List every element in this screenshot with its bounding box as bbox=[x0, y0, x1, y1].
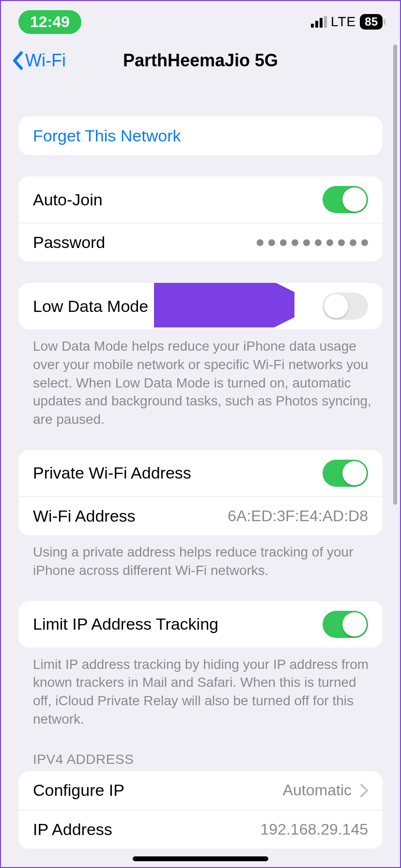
home-indicator[interactable] bbox=[133, 856, 268, 861]
auto-join-label: Auto-Join bbox=[33, 190, 103, 209]
chevron-right-icon bbox=[360, 784, 368, 797]
group-forget: Forget This Network bbox=[18, 116, 383, 155]
private-address-footer: Using a private address helps reduce tra… bbox=[1, 535, 400, 580]
configure-ip-value: Automatic bbox=[283, 781, 352, 799]
back-label: Wi-Fi bbox=[25, 50, 66, 71]
private-wifi-address-toggle[interactable] bbox=[323, 460, 368, 487]
group-limit-ip: Limit IP Address Tracking bbox=[18, 601, 383, 648]
scroll-indicator bbox=[393, 45, 397, 505]
auto-join-row[interactable]: Auto-Join bbox=[18, 176, 383, 223]
password-dots bbox=[257, 239, 368, 246]
wifi-address-label: Wi-Fi Address bbox=[33, 507, 136, 526]
limit-ip-footer: Limit IP address tracking by hiding your… bbox=[1, 648, 400, 728]
group-lowdata: Low Data Mode bbox=[18, 283, 383, 329]
ipv4-section-header: IPV4 ADDRESS bbox=[1, 728, 400, 771]
configure-ip-row[interactable]: Configure IP Automatic bbox=[18, 771, 383, 810]
chevron-left-icon bbox=[12, 51, 23, 70]
limit-ip-tracking-toggle[interactable] bbox=[323, 611, 368, 638]
group-private-address: Private Wi-Fi Address Wi-Fi Address 6A:E… bbox=[18, 450, 383, 535]
password-row[interactable]: Password bbox=[18, 223, 383, 262]
password-label: Password bbox=[33, 233, 105, 252]
low-data-mode-toggle[interactable] bbox=[323, 293, 368, 320]
ip-address-row[interactable]: IP Address 192.168.29.145 bbox=[18, 810, 383, 849]
private-wifi-address-label: Private Wi-Fi Address bbox=[33, 464, 191, 482]
private-wifi-address-row[interactable]: Private Wi-Fi Address bbox=[18, 450, 383, 496]
configure-ip-label: Configure IP bbox=[33, 781, 124, 800]
cellular-signal-icon bbox=[311, 16, 327, 28]
group-ipv4: Configure IP Automatic IP Address 192.16… bbox=[18, 771, 383, 849]
low-data-mode-footer: Low Data Mode helps reduce your iPhone d… bbox=[1, 329, 400, 429]
group-connection: Auto-Join Password bbox=[18, 176, 383, 262]
wifi-address-value: 6A:ED:3F:E4:AD:D8 bbox=[228, 507, 368, 525]
status-bar: 12:49 LTE 85 bbox=[1, 5, 400, 39]
ip-address-value: 192.168.29.145 bbox=[261, 821, 368, 838]
nav-bar: Wi-Fi ParthHeemaJio 5G bbox=[1, 39, 400, 82]
low-data-mode-row[interactable]: Low Data Mode bbox=[18, 283, 383, 329]
low-data-mode-label: Low Data Mode bbox=[33, 297, 148, 316]
battery-icon: 85 bbox=[360, 14, 383, 30]
wifi-address-row[interactable]: Wi-Fi Address 6A:ED:3F:E4:AD:D8 bbox=[18, 496, 383, 535]
limit-ip-tracking-label: Limit IP Address Tracking bbox=[33, 615, 218, 634]
forget-network-button[interactable]: Forget This Network bbox=[18, 116, 383, 155]
back-button[interactable]: Wi-Fi bbox=[12, 50, 66, 71]
auto-join-toggle[interactable] bbox=[323, 186, 368, 213]
network-type-label: LTE bbox=[331, 14, 356, 30]
status-time[interactable]: 12:49 bbox=[18, 10, 81, 34]
limit-ip-tracking-row[interactable]: Limit IP Address Tracking bbox=[18, 601, 383, 648]
forget-network-label: Forget This Network bbox=[33, 126, 181, 145]
ip-address-label: IP Address bbox=[33, 820, 112, 839]
